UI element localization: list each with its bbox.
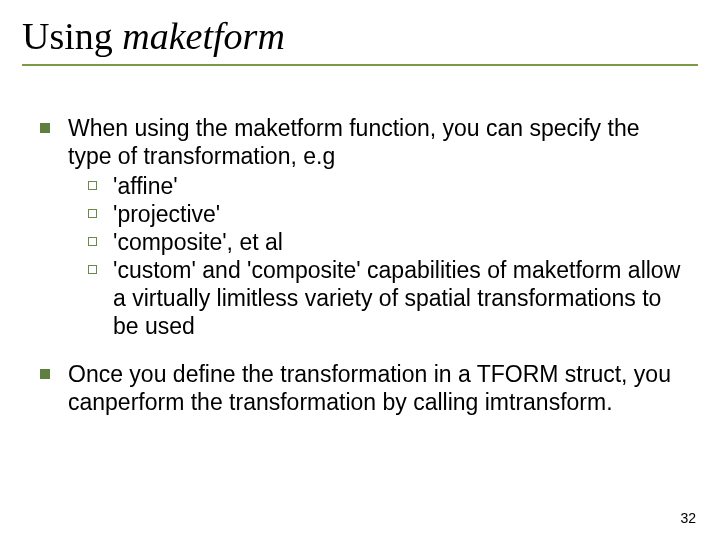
title-italic: maketform	[122, 15, 285, 57]
bullet-text: When using the maketform function, you c…	[68, 115, 639, 169]
bullet-text: Once you define the transformation in a …	[68, 361, 671, 415]
bullet-item: When using the maketform function, you c…	[40, 114, 688, 340]
bullet-body: When using the maketform function, you c…	[68, 114, 688, 340]
sub-bullet-item: 'projective'	[88, 200, 688, 228]
slide-title: Using maketform	[22, 14, 698, 58]
square-bullet-icon	[40, 123, 50, 133]
title-prefix: Using	[22, 15, 122, 57]
sub-list: 'affine' 'projective' 'composite', et al…	[68, 172, 688, 340]
sub-bullet-item: 'affine'	[88, 172, 688, 200]
hollow-square-bullet-icon	[88, 237, 97, 246]
bullet-body: Once you define the transformation in a …	[68, 360, 688, 416]
page-number: 32	[680, 510, 696, 526]
sub-bullet-text: 'projective'	[113, 200, 688, 228]
sub-bullet-item: 'custom' and 'composite' capabilities of…	[88, 256, 688, 340]
bullet-item: Once you define the transformation in a …	[40, 360, 688, 416]
sub-bullet-text: 'composite', et al	[113, 228, 688, 256]
square-bullet-icon	[40, 369, 50, 379]
sub-bullet-text: 'affine'	[113, 172, 688, 200]
slide: Using maketform When using the maketform…	[0, 0, 720, 540]
sub-bullet-item: 'composite', et al	[88, 228, 688, 256]
sub-bullet-text: 'custom' and 'composite' capabilities of…	[113, 256, 688, 340]
hollow-square-bullet-icon	[88, 265, 97, 274]
content-area: When using the maketform function, you c…	[22, 114, 698, 416]
title-wrap: Using maketform	[22, 14, 698, 66]
hollow-square-bullet-icon	[88, 181, 97, 190]
hollow-square-bullet-icon	[88, 209, 97, 218]
